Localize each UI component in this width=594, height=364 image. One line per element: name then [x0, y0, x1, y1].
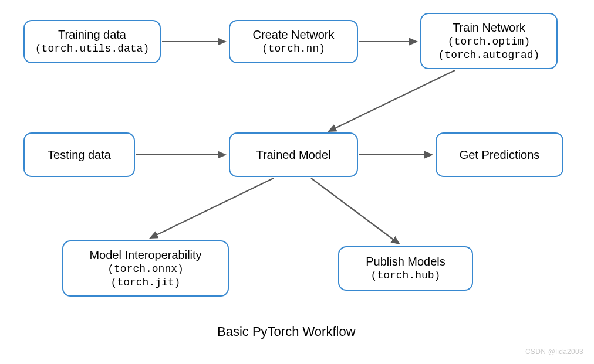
node-sub-1: (torch.hub)	[371, 269, 441, 283]
edge-model-to-publish	[311, 178, 399, 244]
node-title: Get Predictions	[460, 148, 540, 162]
node-title: Create Network	[253, 28, 335, 42]
node-training-data: Training data (torch.utils.data)	[23, 20, 161, 63]
node-sub-1: (torch.optim)	[448, 35, 530, 49]
node-trained-model: Trained Model	[229, 132, 358, 177]
node-get-predictions: Get Predictions	[436, 132, 563, 177]
node-testing-data: Testing data	[23, 132, 135, 177]
node-title: Testing data	[48, 148, 111, 162]
node-title: Trained Model	[256, 148, 330, 162]
node-sub-1: (torch.nn)	[262, 42, 325, 56]
node-model-interop: Model Interoperability (torch.onnx) (tor…	[62, 240, 229, 297]
node-sub-1: (torch.utils.data)	[35, 42, 149, 56]
node-title: Model Interoperability	[89, 248, 201, 263]
edge-train-to-model	[329, 70, 455, 131]
node-title: Publish Models	[366, 254, 446, 269]
node-train-network: Train Network (torch.optim) (torch.autog…	[420, 13, 558, 69]
node-title: Training data	[58, 28, 126, 42]
node-sub-2: (torch.autograd)	[438, 49, 540, 62]
diagram-caption: Basic PyTorch Workflow	[217, 324, 356, 339]
node-title: Train Network	[453, 21, 525, 35]
node-sub-1: (torch.onnx)	[107, 263, 184, 276]
edge-model-to-interop	[150, 178, 274, 238]
node-create-network: Create Network (torch.nn)	[229, 20, 358, 63]
node-sub-2: (torch.jit)	[111, 276, 181, 290]
watermark-text: CSDN @lida2003	[525, 348, 583, 356]
node-publish-models: Publish Models (torch.hub)	[338, 246, 473, 291]
